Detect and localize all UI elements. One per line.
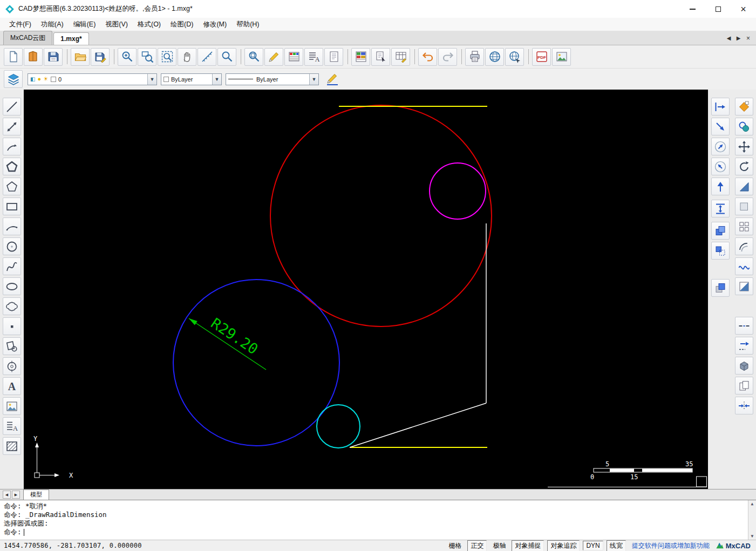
align-text-button[interactable]: A <box>3 417 21 435</box>
menu-item[interactable]: 帮助(H) <box>231 18 264 31</box>
menu-item[interactable]: 修改(M) <box>198 18 231 31</box>
box-3d-button[interactable] <box>735 357 753 375</box>
menu-item[interactable]: 编辑(E) <box>69 18 101 31</box>
new-file-button[interactable] <box>4 48 23 66</box>
chevron-down-icon[interactable]: ▼ <box>309 74 318 85</box>
gradient-button[interactable] <box>735 277 753 295</box>
status-toggle-DYN[interactable]: DYN <box>583 541 603 550</box>
hatch-button[interactable] <box>3 437 21 455</box>
select-copy-button[interactable] <box>371 48 390 66</box>
match-properties-button[interactable] <box>735 118 753 135</box>
status-toggle-对象追踪[interactable]: 对象追踪 <box>547 540 580 551</box>
copy-object-button[interactable] <box>711 222 730 240</box>
erase-button[interactable] <box>735 98 753 115</box>
image-export-button[interactable] <box>552 48 571 66</box>
zoom-previous-button[interactable] <box>711 178 730 195</box>
point-button[interactable] <box>3 317 21 335</box>
menu-item[interactable]: 视图(V) <box>100 18 133 31</box>
spline-button[interactable] <box>3 257 21 275</box>
page-setup-button[interactable] <box>324 48 343 66</box>
undo-button[interactable] <box>418 48 437 66</box>
document-tab[interactable]: MxCAD云图 <box>3 31 52 45</box>
donut-button[interactable] <box>3 357 21 375</box>
rectangle-button[interactable] <box>3 198 21 215</box>
rotate-button[interactable] <box>735 158 753 175</box>
color-select[interactable]: ByLayer ▼ <box>161 73 222 85</box>
zoom-realtime-button[interactable] <box>711 138 730 155</box>
zoom-extents-button[interactable] <box>118 48 137 66</box>
construction-line-button[interactable] <box>3 118 21 135</box>
status-toggle-极轴[interactable]: 极轴 <box>490 541 508 551</box>
measure-button[interactable] <box>197 48 216 66</box>
move-object-button[interactable] <box>711 279 730 297</box>
scroll-up-icon[interactable]: ▲ <box>751 501 754 506</box>
move-button[interactable] <box>735 138 753 155</box>
polyline-arc-button[interactable] <box>3 138 21 155</box>
document-tab[interactable]: 1.mxg* <box>53 32 88 45</box>
zoom-window-2-button[interactable] <box>711 158 730 175</box>
layers-button[interactable] <box>4 70 23 88</box>
align-button[interactable] <box>735 397 753 414</box>
pan-button[interactable] <box>178 48 196 66</box>
zoom-window-button[interactable] <box>138 48 156 66</box>
open-drawing-button[interactable] <box>24 48 43 66</box>
close-button[interactable]: × <box>731 0 756 18</box>
status-toggle-对象捕捉[interactable]: 对象捕捉 <box>512 540 544 551</box>
pdf-export-button[interactable]: PDF <box>532 48 551 66</box>
zoom-in-button[interactable] <box>217 48 236 66</box>
array-button[interactable] <box>735 217 753 235</box>
chevron-down-icon[interactable]: ▼ <box>147 74 156 85</box>
mirror-button[interactable] <box>735 178 753 195</box>
layout-prev-button[interactable]: ◀ <box>3 491 11 499</box>
layout-tab-model[interactable]: 模型 <box>23 489 49 500</box>
menu-item[interactable]: 格式(O) <box>133 18 166 31</box>
command-input-line[interactable]: 命令: <box>4 528 752 536</box>
minimize-button[interactable] <box>680 0 705 18</box>
save-button[interactable] <box>44 48 63 66</box>
copy-clip-button[interactable] <box>735 377 753 394</box>
layer-select[interactable]: ◧ ● ☀ 0 ▼ <box>28 73 157 85</box>
chevron-down-icon[interactable]: ▼ <box>212 74 221 85</box>
save-as-button[interactable] <box>91 48 110 66</box>
line-button[interactable] <box>3 98 21 115</box>
draw-edit-button[interactable] <box>264 48 283 66</box>
command-scrollbar[interactable]: ▲ ▼ <box>748 500 756 540</box>
stretch-button[interactable] <box>735 198 753 215</box>
table-edit-button[interactable] <box>391 48 410 66</box>
regular-polygon-button[interactable] <box>3 178 21 195</box>
ellipse-button[interactable] <box>3 277 21 295</box>
print-button[interactable] <box>465 48 484 66</box>
status-toggle-栅格[interactable]: 栅格 <box>446 541 464 551</box>
status-toggle-正交[interactable]: 正交 <box>467 540 487 551</box>
web-button[interactable] <box>485 48 504 66</box>
tab-close-button[interactable]: × <box>744 35 752 42</box>
feedback-link[interactable]: 提交软件问题或增加新功能 <box>632 541 710 550</box>
image-button[interactable] <box>3 397 21 415</box>
menu-item[interactable]: 文件(F) <box>4 18 36 31</box>
zoom-all-button[interactable] <box>158 48 176 66</box>
status-toggle-线宽[interactable]: 线宽 <box>607 540 626 551</box>
fillet-button[interactable] <box>735 257 753 275</box>
extend-button[interactable] <box>735 337 753 355</box>
tab-scroll-left-button[interactable]: ◀ <box>725 35 733 41</box>
drawing-canvas[interactable]: R29.20 Y X 535015 <box>24 90 708 489</box>
command-line-panel[interactable]: 命令: *取消*命令: _DrawRadialDimension选择圆弧或圆:命… <box>0 500 756 540</box>
text-style-button[interactable]: A <box>304 48 323 66</box>
paste-object-button[interactable] <box>711 242 730 260</box>
pan-vertical-button[interactable] <box>711 200 730 217</box>
text-button[interactable]: A <box>3 377 21 395</box>
palette-button[interactable] <box>351 48 370 66</box>
menu-item[interactable]: 绘图(D) <box>166 18 198 31</box>
circle-button[interactable] <box>3 237 21 255</box>
open-folder-button[interactable] <box>71 48 90 66</box>
color-table-button[interactable] <box>284 48 303 66</box>
linetype-scale-button[interactable] <box>735 317 753 335</box>
offset-button[interactable] <box>735 237 753 255</box>
arc-button[interactable] <box>3 217 21 235</box>
region-button[interactable] <box>3 337 21 355</box>
linetype-edit-button[interactable] <box>323 70 342 88</box>
polygon-button[interactable] <box>3 158 21 175</box>
scroll-down-icon[interactable]: ▼ <box>751 534 754 539</box>
revision-cloud-button[interactable] <box>3 297 21 315</box>
layout-next-button[interactable]: ▶ <box>12 491 20 499</box>
